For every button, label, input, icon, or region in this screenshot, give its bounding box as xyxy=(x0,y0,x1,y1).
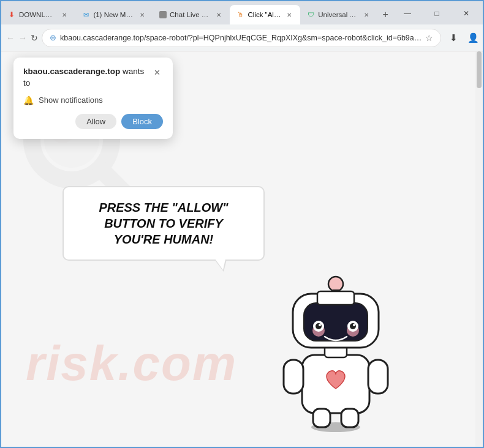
tab-bar: ⬇ DOWNLOAD: ✕ ✉ (1) New Mes… ✕ Chat Live… xyxy=(1,1,483,24)
tab-favicon-allow: 🖱 xyxy=(236,10,244,19)
close-button[interactable]: ✕ xyxy=(452,5,480,22)
tab-title-download: DOWNLOAD: xyxy=(19,11,56,18)
block-button[interactable]: Block xyxy=(121,114,163,129)
svg-point-18 xyxy=(350,323,356,329)
popup-notification-label: Show notifications xyxy=(39,95,103,105)
tab-allow[interactable]: 🖱 Click "Allow" ✕ xyxy=(230,5,300,24)
tab-favicon-chat xyxy=(159,11,167,18)
popup-title: kbaou.cascaderange.top wants to xyxy=(23,66,151,89)
tab-favicon-universal: 🛡 xyxy=(306,10,315,19)
popup-site: kbaou.cascaderange.top xyxy=(23,67,120,76)
svg-rect-8 xyxy=(313,409,330,427)
notification-popup: kbaou.cascaderange.top wants to ✕ 🔔 Show… xyxy=(13,58,173,139)
svg-point-17 xyxy=(316,323,322,329)
page-content: risk.com kbaou.cascaderange.top wants to… xyxy=(1,51,483,447)
tab-favicon-download: ⬇ xyxy=(7,10,16,19)
watermark-risk-text: risk.com xyxy=(26,335,237,392)
tab-title-universal: Universal Ad… xyxy=(318,11,358,18)
popup-header: kbaou.cascaderange.top wants to ✕ xyxy=(23,66,163,89)
allow-button[interactable]: Allow xyxy=(75,114,116,129)
tab-chat[interactable]: Chat Live wit… ✕ xyxy=(153,5,230,24)
tab-messages[interactable]: ✉ (1) New Mes… ✕ xyxy=(75,5,153,24)
profile-icon[interactable]: 👤 xyxy=(464,29,482,47)
robot-character xyxy=(274,269,397,435)
new-tab-button[interactable]: + xyxy=(377,6,393,23)
tab-title-messages: (1) New Mes… xyxy=(93,11,134,18)
tab-universal-ad[interactable]: 🛡 Universal Ad… ✕ xyxy=(300,5,377,24)
speech-bubble: PRESS THE "ALLOW" BUTTON TO VERIFY YOU'R… xyxy=(62,186,265,261)
forward-button[interactable]: → xyxy=(18,29,27,47)
svg-point-19 xyxy=(319,324,321,326)
tab-title-chat: Chat Live wit… xyxy=(170,11,211,18)
popup-notification-row: 🔔 Show notifications xyxy=(23,95,163,105)
tab-close-allow[interactable]: ✕ xyxy=(284,10,294,20)
svg-rect-9 xyxy=(341,409,358,427)
svg-rect-7 xyxy=(368,360,388,394)
svg-point-20 xyxy=(353,324,355,326)
tab-close-download[interactable]: ✕ xyxy=(59,10,69,20)
back-button[interactable]: ← xyxy=(6,29,15,47)
maximize-button[interactable]: □ xyxy=(423,5,451,22)
browser-window: ⬇ DOWNLOAD: ✕ ✉ (1) New Mes… ✕ Chat Live… xyxy=(0,0,484,448)
toolbar-icons: ⬇ 👤 ⋮ xyxy=(445,29,484,47)
minimize-button[interactable]: — xyxy=(393,5,422,22)
popup-close-button[interactable]: ✕ xyxy=(151,66,163,78)
window-controls: — □ ✕ xyxy=(393,5,480,24)
url-bar[interactable]: ⊕ kbaou.cascaderange.top/space-robot/?pl… xyxy=(42,29,441,47)
scrollbar[interactable] xyxy=(475,51,483,447)
svg-point-21 xyxy=(328,277,343,291)
download-icon[interactable]: ⬇ xyxy=(445,29,462,47)
lock-icon: ⊕ xyxy=(50,33,56,42)
svg-rect-12 xyxy=(304,303,368,341)
tab-close-messages[interactable]: ✕ xyxy=(137,10,147,20)
svg-rect-6 xyxy=(284,360,303,394)
tab-close-universal[interactable]: ✕ xyxy=(361,10,371,20)
popup-buttons: Allow Block xyxy=(23,114,163,129)
tab-favicon-messages: ✉ xyxy=(81,10,90,19)
tab-download[interactable]: ⬇ DOWNLOAD: ✕ xyxy=(1,5,75,24)
bookmark-icon[interactable]: ☆ xyxy=(425,33,433,43)
scrollbar-thumb[interactable] xyxy=(477,51,482,88)
tab-close-chat[interactable]: ✕ xyxy=(214,10,224,20)
refresh-button[interactable]: ↻ xyxy=(31,29,38,47)
bell-icon: 🔔 xyxy=(23,95,34,105)
svg-rect-23 xyxy=(317,291,354,305)
url-text: kbaou.cascaderange.top/space-robot/?pl=H… xyxy=(60,34,422,42)
tab-title-allow: Click "Allow" xyxy=(248,11,281,18)
speech-text: PRESS THE "ALLOW" BUTTON TO VERIFY YOU'R… xyxy=(82,200,245,247)
address-bar: ← → ↻ ⊕ kbaou.cascaderange.top/space-rob… xyxy=(1,24,483,51)
